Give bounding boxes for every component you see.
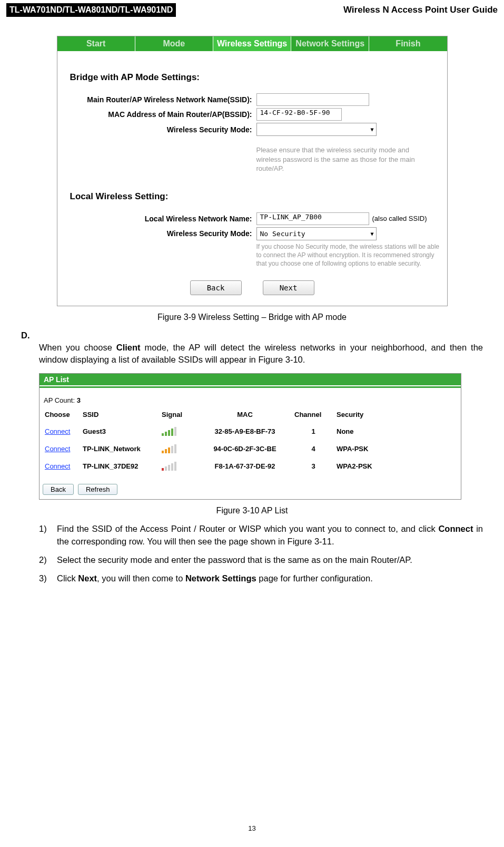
wizard-tab-start[interactable]: Start [57, 36, 135, 51]
col-security: Security [334, 407, 392, 422]
ap-security: WPA-PSK [334, 441, 392, 456]
ap-security: None [334, 424, 392, 439]
col-mac: MAC [197, 407, 292, 422]
ap-count: AP Count: 3 [44, 396, 458, 404]
ap-ssid: TP-LINK_Network [81, 441, 160, 456]
local-name-label: Local Wireless Network Name: [67, 215, 256, 223]
security-hint-text: Please ensure that the wireless security… [256, 145, 425, 173]
local-security-hint: If you choose No Security mode, the wire… [256, 242, 446, 268]
ap-list-title: AP List [39, 374, 461, 385]
col-signal: Signal [160, 407, 197, 422]
connect-link[interactable]: Connect [45, 462, 70, 470]
back-button[interactable]: Back [190, 280, 242, 295]
doc-model-header: TL-WA701ND/TL-WA801ND/TL-WA901ND [6, 3, 176, 17]
figure-wireless-setting: Start Mode Wireless Settings Network Set… [57, 36, 448, 306]
security-mode-label: Wireless Security Mode: [67, 125, 256, 134]
local-name-input[interactable]: TP-LINK_AP_7B00 [256, 212, 369, 225]
doc-title-header: Wireless N Access Point User Guide [343, 5, 498, 15]
bssid-label: MAC Address of Main Router/AP(BSSID): [67, 110, 256, 119]
ap-mac: 94-0C-6D-2F-3C-BE [197, 441, 292, 456]
also-ssid-text: (also called SSID) [372, 215, 427, 222]
security-mode-select[interactable]: ▼ [256, 123, 377, 136]
refresh-button[interactable]: Refresh [78, 484, 118, 495]
figure-3-10-caption: Figure 3-10 AP List [21, 506, 483, 515]
page-number: 13 [0, 824, 504, 832]
wizard-tab-network-settings[interactable]: Network Settings [291, 36, 369, 51]
signal-icon [162, 444, 195, 453]
signal-icon [162, 426, 195, 436]
ap-security: WPA2-PSK [334, 459, 392, 474]
figure-3-9-caption: Figure 3-9 Wireless Setting – Bridge wit… [21, 313, 483, 322]
chevron-down-icon: ▼ [370, 231, 373, 237]
col-channel: Channel [292, 407, 334, 422]
bssid-input[interactable]: 14-CF-92-B0-5F-90 [256, 108, 342, 121]
connect-link[interactable]: Connect [45, 445, 70, 453]
section-local-title: Local Wireless Setting: [70, 191, 438, 202]
ap-row: Connect TP-LINK_Network 94-0C-6D-2F-3C-B… [43, 440, 458, 457]
local-security-label: Wireless Security Mode: [67, 229, 256, 238]
ap-channel: 4 [292, 441, 334, 456]
wizard-tab-finish[interactable]: Finish [369, 36, 447, 51]
section-bridge-title: Bridge with AP Mode Settings: [70, 72, 438, 83]
chevron-down-icon: ▼ [370, 126, 373, 132]
signal-icon [162, 461, 195, 471]
ap-mac: F8-1A-67-37-DE-92 [197, 459, 292, 474]
ap-mac: 32-85-A9-E8-BF-73 [197, 424, 292, 439]
steps-list: 1)Find the SSID of the Access Point / Ro… [39, 523, 483, 584]
ap-channel: 1 [292, 424, 334, 439]
local-security-select[interactable]: No Security▼ [256, 227, 377, 240]
figure-ap-list: AP List AP Count: 3 Choose SSID Signal M… [39, 373, 461, 500]
ap-channel: 3 [292, 459, 334, 474]
col-choose: Choose [43, 407, 81, 422]
ap-ssid: TP-LINK_37DE92 [81, 459, 160, 474]
back-button[interactable]: Back [43, 484, 74, 495]
wizard-tabs: Start Mode Wireless Settings Network Set… [57, 36, 447, 51]
paragraph-d: D.When you choose Client mode, the AP wi… [21, 329, 483, 366]
ssid-input[interactable] [256, 93, 369, 106]
wizard-tab-wireless-settings[interactable]: Wireless Settings [213, 36, 291, 51]
ap-ssid: Guest3 [81, 424, 160, 439]
connect-link[interactable]: Connect [45, 427, 70, 435]
ssid-label: Main Router/AP Wireless Network Name(SSI… [67, 95, 256, 104]
ap-row: Connect TP-LINK_37DE92 F8-1A-67-37-DE-92… [43, 457, 458, 474]
col-ssid: SSID [81, 407, 160, 422]
ap-row: Connect Guest3 32-85-A9-E8-BF-73 1 None [43, 422, 458, 440]
wizard-tab-mode[interactable]: Mode [135, 36, 213, 51]
next-button[interactable]: Next [263, 280, 314, 295]
